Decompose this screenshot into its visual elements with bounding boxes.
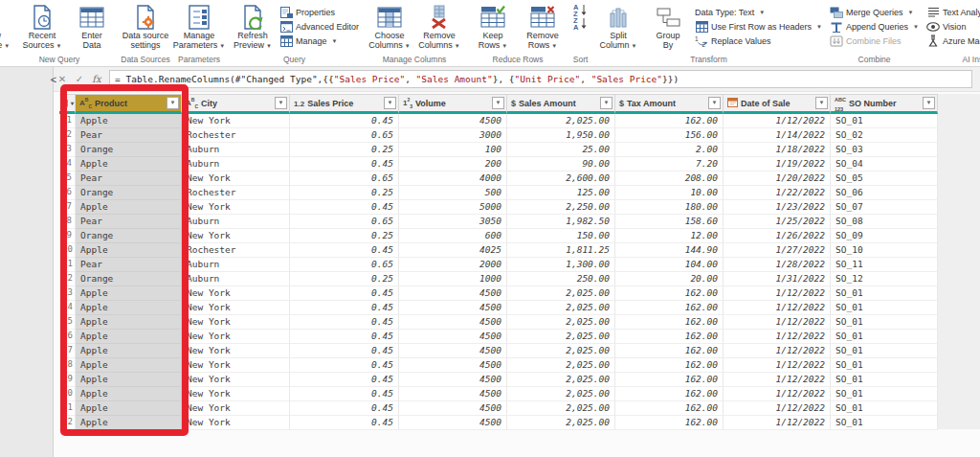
cell-so-number[interactable]: SO_01 <box>831 344 938 358</box>
cell-sales-price[interactable]: 0.45 <box>290 315 399 330</box>
cell-sales-amount[interactable]: 150.00 <box>507 229 615 243</box>
cell-sales-amount[interactable]: 2,025.00 <box>507 330 615 344</box>
cell-date-of-sale[interactable]: 1/12/2022 <box>724 416 831 430</box>
cell-so-number[interactable]: SO_01 <box>831 416 938 430</box>
manage-button[interactable]: Manage▼ <box>278 34 361 48</box>
cell-sales-price[interactable]: 0.25 <box>290 229 399 243</box>
cell-city[interactable]: Auburn <box>182 143 290 157</box>
cell-date-of-sale[interactable]: 1/26/2022 <box>724 229 831 243</box>
replace-values-button[interactable]: 12Replace Values <box>693 34 824 48</box>
commit-button[interactable]: ✓ <box>71 74 88 84</box>
cell-so-number[interactable]: SO_04 <box>831 157 938 171</box>
column-header-date-of-sale[interactable]: Date of Sale▼ <box>724 95 831 114</box>
cell-volume[interactable]: 4500 <box>399 114 507 128</box>
cell-sales-price[interactable]: 0.65 <box>290 258 399 272</box>
cell-so-number[interactable]: SO_01 <box>831 286 938 301</box>
cell-volume[interactable]: 4500 <box>399 315 507 330</box>
cell-so-number[interactable]: SO_06 <box>831 186 938 200</box>
cell-sales-price[interactable]: 0.45 <box>290 401 399 416</box>
cell-date-of-sale[interactable]: 1/28/2022 <box>724 258 831 272</box>
cell-so-number[interactable]: SO_01 <box>831 315 938 330</box>
cell-so-number[interactable]: SO_12 <box>831 272 938 286</box>
cell-city[interactable]: New York <box>182 358 290 373</box>
cell-city[interactable]: New York <box>182 416 290 430</box>
cell-sales-amount[interactable]: 125.00 <box>507 186 615 200</box>
cell-sales-amount[interactable]: 25.00 <box>507 143 615 157</box>
cell-sales-amount[interactable]: 2,600.00 <box>507 171 615 186</box>
cell-volume[interactable]: 4025 <box>399 243 507 258</box>
cell-city[interactable]: Auburn <box>182 272 290 286</box>
cell-city[interactable]: Auburn <box>182 215 290 229</box>
cell-date-of-sale[interactable]: 1/23/2022 <box>724 200 831 215</box>
cell-volume[interactable]: 4000 <box>399 171 507 186</box>
manage-parameters-button[interactable]: ManageParameters▼ <box>174 3 224 52</box>
cell-date-of-sale[interactable]: 1/12/2022 <box>724 358 831 373</box>
cell-tax-amount[interactable]: 162.00 <box>615 344 724 358</box>
use-first-row-as-headers-button[interactable]: Use First Row as Headers▼ <box>693 19 824 34</box>
cell-so-number[interactable]: SO_01 <box>831 401 938 416</box>
cell-sales-price[interactable]: 0.45 <box>290 301 399 315</box>
cell-so-number[interactable]: SO_11 <box>831 258 938 272</box>
cell-date-of-sale[interactable]: 1/31/2022 <box>724 272 831 286</box>
cell-volume[interactable]: 4500 <box>399 301 507 315</box>
cell-tax-amount[interactable]: 162.00 <box>615 286 724 301</box>
cell-sales-amount[interactable]: 2,250.00 <box>507 200 615 215</box>
cell-volume[interactable]: 4500 <box>399 416 507 430</box>
cell-sales-amount[interactable]: 2,025.00 <box>507 401 615 416</box>
cell-volume[interactable]: 4500 <box>399 330 507 344</box>
cell-sales-amount[interactable]: 1,300.00 <box>507 258 615 272</box>
data-source-settings-button[interactable]: Data sourcesettings <box>121 3 170 52</box>
cell-sales-price[interactable]: 0.65 <box>290 128 399 143</box>
cell-tax-amount[interactable]: 144.90 <box>615 243 724 258</box>
cell-sales-price[interactable]: 0.45 <box>290 243 399 258</box>
cell-sales-amount[interactable]: 2,025.00 <box>507 315 615 330</box>
cell-sales-price[interactable]: 0.45 <box>290 286 399 301</box>
cell-tax-amount[interactable]: 158.60 <box>615 215 724 229</box>
cell-date-of-sale[interactable]: 1/12/2022 <box>724 330 831 344</box>
date-of-sale-filter-button[interactable]: ▼ <box>815 97 828 109</box>
cell-city[interactable]: New York <box>182 229 290 243</box>
cell-tax-amount[interactable]: 180.00 <box>615 200 724 215</box>
cell-sales-price[interactable]: 0.25 <box>290 272 399 286</box>
cell-sales-amount[interactable]: 2,025.00 <box>507 114 615 128</box>
cell-sales-price[interactable]: 0.45 <box>290 344 399 358</box>
cell-sales-price[interactable]: 0.45 <box>290 330 399 344</box>
combine-files-button[interactable]: Combine Files <box>828 34 921 48</box>
column-header-tax-amount[interactable]: $Tax Amount▼ <box>615 95 724 114</box>
cell-tax-amount[interactable]: 162.00 <box>615 330 724 344</box>
cell-sales-price[interactable]: 0.65 <box>290 215 399 229</box>
cell-date-of-sale[interactable]: 1/20/2022 <box>724 171 831 186</box>
formula-input[interactable]: = Table.RenameColumns(#"Changed Type",{{… <box>109 70 972 88</box>
column-header-volume[interactable]: 123Volume▼ <box>399 95 507 114</box>
cell-city[interactable]: New York <box>182 301 290 315</box>
cell-date-of-sale[interactable]: 1/14/2022 <box>724 128 831 143</box>
cell-tax-amount[interactable]: 10.00 <box>615 186 724 200</box>
cell-sales-price[interactable]: 0.45 <box>290 373 399 387</box>
sales-amount-filter-button[interactable]: ▼ <box>600 97 612 109</box>
collapse-queries-pane-button[interactable]: < <box>48 74 59 85</box>
cell-so-number[interactable]: SO_01 <box>831 387 938 401</box>
cell-sales-amount[interactable]: 1,950.00 <box>507 128 615 143</box>
cell-volume[interactable]: 1000 <box>399 272 507 286</box>
cell-volume[interactable]: 2000 <box>399 258 507 272</box>
cell-city[interactable]: New York <box>182 315 290 330</box>
cell-sales-price[interactable]: 0.25 <box>290 186 399 200</box>
cell-tax-amount[interactable]: 156.00 <box>615 128 724 143</box>
cell-tax-amount[interactable]: 162.00 <box>615 387 724 401</box>
cell-city[interactable]: Auburn <box>182 157 290 171</box>
cell-tax-amount[interactable]: 162.00 <box>615 416 724 430</box>
cell-city[interactable]: New York <box>182 171 290 186</box>
cell-date-of-sale[interactable]: 1/12/2022 <box>724 344 831 358</box>
data-type-button[interactable]: Data Type: Text▼ <box>693 5 824 19</box>
cell-date-of-sale[interactable]: 1/12/2022 <box>724 387 831 401</box>
cell-tax-amount[interactable]: 12.00 <box>615 229 724 243</box>
cell-volume[interactable]: 200 <box>399 157 507 171</box>
cell-so-number[interactable]: SO_02 <box>831 128 938 143</box>
refresh-preview-button[interactable]: RefreshPreview▼ <box>228 3 278 52</box>
text-analytics-button[interactable]: Text Analytics <box>924 5 980 19</box>
sort-descending-button[interactable]: ZA <box>571 18 590 32</box>
new-source-button[interactable]: NewSource▼ <box>0 3 17 52</box>
cell-sales-amount[interactable]: 1,811.25 <box>507 243 615 258</box>
cell-sales-amount[interactable]: 250.00 <box>507 272 615 286</box>
advanced-editor-button[interactable]: Advanced Editor <box>278 19 361 34</box>
